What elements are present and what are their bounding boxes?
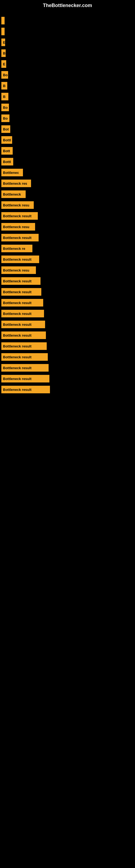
bar-label: Bottleneck result	[1, 364, 49, 372]
bar-label: Bottleneck resu	[1, 201, 34, 209]
bar-label	[1, 28, 5, 35]
bar-row: Bott	[0, 145, 135, 156]
bar-label: Bottleneck result	[1, 277, 41, 285]
bar-row: E	[0, 59, 135, 69]
bar-row: Bottleneck resu	[0, 265, 135, 276]
bar-row: Bottleneck result	[0, 211, 135, 221]
bar-label: Bottlenec	[1, 169, 23, 176]
bar-label: Bottleneck result	[1, 310, 44, 317]
bar-label: Bott	[1, 147, 13, 155]
bar-row: Bottleneck result	[0, 351, 135, 362]
bar-label: Bottleneck	[1, 190, 26, 198]
bar-row: Bottleneck result	[0, 308, 135, 319]
bar-label: Bottleneck result	[1, 255, 39, 263]
bar-label: Bo	[1, 71, 8, 79]
bar-row: Bottlenec	[0, 167, 135, 178]
bar-label: Bottleneck re	[1, 245, 32, 252]
bar-row: Bottleneck result	[0, 384, 135, 395]
bar-label: Bo	[1, 104, 9, 111]
bar-row: Bottleneck re	[0, 243, 135, 254]
bar-row: Bot	[0, 124, 135, 134]
bar-row: Bo	[0, 102, 135, 113]
bar-label: Bottleneck result	[1, 212, 38, 220]
bar-label: E	[1, 60, 6, 68]
bar-label: Bottleneck result	[1, 299, 43, 307]
bar-row: Bottl	[0, 156, 135, 167]
bar-row: Bo	[0, 69, 135, 80]
bar-row	[0, 26, 135, 37]
bar-label: Bottleneck result	[1, 321, 45, 328]
bar-row: Bottleneck result	[0, 373, 135, 384]
bar-row: B	[0, 80, 135, 91]
bar-label: Bot	[1, 125, 10, 133]
bar-row: Bottleneck res	[0, 178, 135, 189]
bar-row: Bottleneck resu	[0, 221, 135, 232]
bar-row: Bottleneck result	[0, 276, 135, 286]
bar-label: Bottleneck result	[1, 234, 39, 241]
bar-label: Bottl	[1, 158, 13, 165]
bar-row: Bottleneck result	[0, 232, 135, 243]
bar-label: B	[1, 93, 8, 100]
bar-row: Bottleneck result	[0, 286, 135, 297]
bar-row: B	[0, 48, 135, 59]
bar-label: Bottleneck result	[1, 386, 50, 393]
bar-row: Bottleneck result	[0, 330, 135, 341]
bar-label: Bottleneck result	[1, 288, 41, 296]
bar-label: Bottl	[1, 136, 12, 144]
bar-row: Bottleneck	[0, 189, 135, 199]
bar-label	[1, 17, 5, 24]
bar-row: Bottleneck result	[0, 341, 135, 351]
bar-label: Bottleneck result	[1, 342, 47, 350]
bar-label: Bottleneck result	[1, 332, 46, 339]
bar-row: Bottl	[0, 134, 135, 145]
bar-label: Bottleneck res	[1, 180, 31, 187]
bar-label: B	[1, 82, 7, 90]
bar-label: Bottleneck resu	[1, 267, 36, 274]
bar-label: E	[1, 38, 5, 46]
bars-container: EBEBoBBBoBoBotBottlBottBottlBottlenecBot…	[0, 12, 135, 398]
bar-row: B	[0, 91, 135, 102]
bar-row: Bottleneck result	[0, 297, 135, 308]
bar-row	[0, 15, 135, 26]
bar-label: Bo	[1, 115, 9, 122]
bar-row: Bottleneck resu	[0, 199, 135, 211]
bar-label: Bottleneck result	[1, 353, 48, 361]
bar-row: Bottleneck result	[0, 319, 135, 330]
bar-row: Bottleneck result	[0, 362, 135, 373]
bar-label: Bottleneck result	[1, 375, 49, 382]
bar-row: Bo	[0, 113, 135, 124]
site-title: TheBottlenecker.com	[0, 0, 135, 12]
bar-label: B	[1, 50, 6, 57]
bar-row: Bottleneck result	[0, 254, 135, 265]
bar-row: E	[0, 37, 135, 48]
bar-label: Bottleneck resu	[1, 223, 35, 230]
